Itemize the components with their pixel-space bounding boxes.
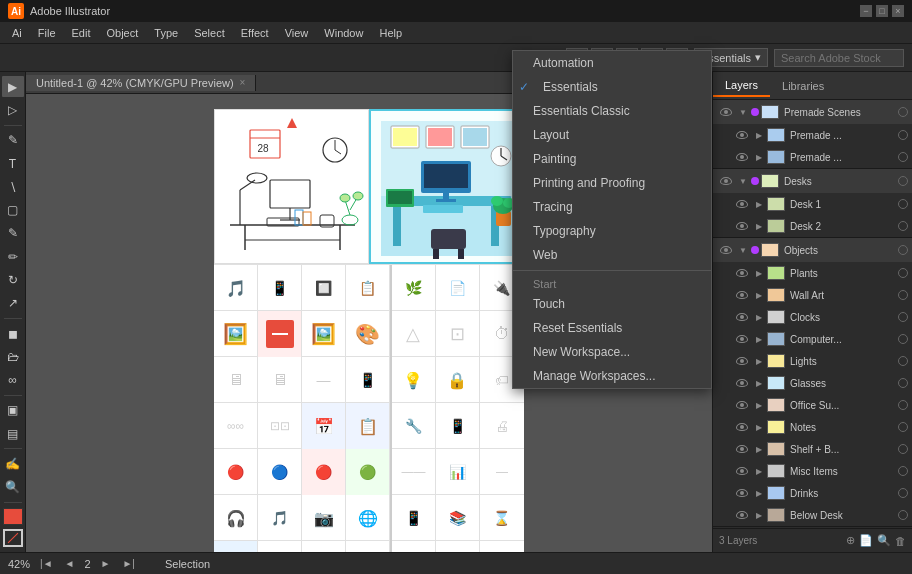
vis-drinks[interactable] [733,482,751,504]
target-computer[interactable] [898,334,908,344]
target-below-desk[interactable] [898,510,908,520]
vis-wall-art[interactable] [733,284,751,306]
dropdown-item-essentials[interactable]: Essentials [513,75,711,99]
sub-layer-clocks[interactable]: ▶ Clocks [713,306,912,328]
sub-layer-wall-art[interactable]: ▶ Wall Art [713,284,912,306]
sub-layer-desk-1[interactable]: ▶ Desk 1 [713,193,912,215]
sub-layer-plants[interactable]: ▶ Plants [713,262,912,284]
vis-misc[interactable] [733,460,751,482]
menu-edit[interactable]: Edit [64,25,99,41]
expand-objects[interactable]: ▼ [737,244,749,256]
minimize-button[interactable]: − [860,5,872,17]
rotate-tool[interactable]: ↻ [2,269,24,290]
sub-layer-premade-1[interactable]: ▶ Premade ... [713,124,912,146]
make-mask-btn[interactable]: ⊕ [846,534,855,547]
pen-tool[interactable]: ✎ [2,130,24,151]
target-shelf[interactable] [898,444,908,454]
hand-tool[interactable]: ✍ [2,453,24,474]
target-misc[interactable] [898,466,908,476]
canvas-tab-active[interactable]: Untitled-1 @ 42% (CMYK/GPU Preview) × [26,75,256,91]
vis-desk-2[interactable] [733,215,751,237]
menu-view[interactable]: View [277,25,317,41]
gradient-tool[interactable]: ◼ [2,323,24,344]
expand-premade-scenes[interactable]: ▼ [737,106,749,118]
sub-layer-lights[interactable]: ▶ Lights [713,350,912,372]
paintbrush-tool[interactable]: ✎ [2,223,24,244]
layer-header-objects[interactable]: ▼ Objects [713,238,912,262]
sub-layer-drinks[interactable]: ▶ Drinks [713,482,912,504]
vis-premade-sub-1[interactable] [733,124,751,146]
dropdown-item-layout[interactable]: Layout [513,123,711,147]
dropdown-item-printing[interactable]: Printing and Proofing [513,171,711,195]
vis-computer[interactable] [733,328,751,350]
target-drinks[interactable] [898,488,908,498]
target-desk-1[interactable] [898,199,908,209]
delete-layer-btn[interactable]: 🗑 [895,534,906,547]
close-button[interactable]: × [892,5,904,17]
target-wall-art[interactable] [898,290,908,300]
menu-window[interactable]: Window [316,25,371,41]
visibility-premade-scenes[interactable] [717,100,735,124]
tab-libraries[interactable]: Libraries [770,76,836,96]
visibility-objects[interactable] [717,238,735,262]
tab-layers[interactable]: Layers [713,75,770,97]
dropdown-item-painting[interactable]: Painting [513,147,711,171]
target-office[interactable] [898,400,908,410]
type-tool[interactable]: T [2,153,24,174]
direct-selection-tool[interactable]: ▷ [2,99,24,120]
target-glasses[interactable] [898,378,908,388]
dropdown-item-reset[interactable]: Reset Essentials [513,316,711,340]
vis-lights[interactable] [733,350,751,372]
dropdown-item-web[interactable]: Web [513,243,711,267]
vis-plants[interactable] [733,262,751,284]
next-page-btn[interactable]: ► [99,558,113,569]
vis-shelf[interactable] [733,438,751,460]
target-desk-2[interactable] [898,221,908,231]
target-notes[interactable] [898,422,908,432]
dropdown-item-automation[interactable]: Automation [513,51,711,75]
dropdown-item-touch[interactable]: Touch [513,292,711,316]
target-lights[interactable] [898,356,908,366]
adobe-stock-search[interactable] [774,49,904,67]
vis-office[interactable] [733,394,751,416]
target-objects[interactable] [898,245,908,255]
pencil-tool[interactable]: ✏ [2,246,24,267]
sub-layer-office[interactable]: ▶ Office Su... [713,394,912,416]
vis-desk-1[interactable] [733,193,751,215]
move-to-layer-btn[interactable]: 🔍 [877,534,891,547]
blend-tool[interactable]: ∞ [2,370,24,391]
sub-layer-below-desk[interactable]: ▶ Below Desk [713,504,912,526]
vis-notes[interactable] [733,416,751,438]
last-page-btn[interactable]: ►| [120,558,137,569]
menu-help[interactable]: Help [371,25,410,41]
dropdown-item-tracing[interactable]: Tracing [513,195,711,219]
first-page-btn[interactable]: |◄ [38,558,55,569]
expand-desks[interactable]: ▼ [737,175,749,187]
target-premade-scenes[interactable] [898,107,908,117]
scale-tool[interactable]: ↗ [2,293,24,314]
sub-layer-computer[interactable]: ▶ Computer... [713,328,912,350]
target-premade-sub-1[interactable] [898,130,908,140]
sub-layer-desk-2[interactable]: ▶ Desk 2 [713,215,912,237]
zoom-tool[interactable]: 🔍 [2,477,24,498]
create-layer-btn[interactable]: 📄 [859,534,873,547]
selection-tool[interactable]: ▶ [2,76,24,97]
menu-object[interactable]: Object [98,25,146,41]
menu-file[interactable]: File [30,25,64,41]
artboard-tool[interactable]: ▣ [2,400,24,421]
sub-layer-glasses[interactable]: ▶ Glasses [713,372,912,394]
menu-effect[interactable]: Effect [233,25,277,41]
vis-clocks[interactable] [733,306,751,328]
menu-ai[interactable]: Ai [4,25,30,41]
fill-color[interactable] [3,508,23,525]
target-plants[interactable] [898,268,908,278]
sub-layer-notes[interactable]: ▶ Notes [713,416,912,438]
vis-premade-sub-2[interactable] [733,146,751,168]
sub-layer-premade-2[interactable]: ▶ Premade ... [713,146,912,168]
eyedropper-tool[interactable]: 🗁 [2,346,24,367]
tab-close-btn[interactable]: × [240,77,246,88]
maximize-button[interactable]: □ [876,5,888,17]
target-desks[interactable] [898,176,908,186]
menu-select[interactable]: Select [186,25,233,41]
dropdown-item-manage-workspaces[interactable]: Manage Workspaces... [513,364,711,388]
